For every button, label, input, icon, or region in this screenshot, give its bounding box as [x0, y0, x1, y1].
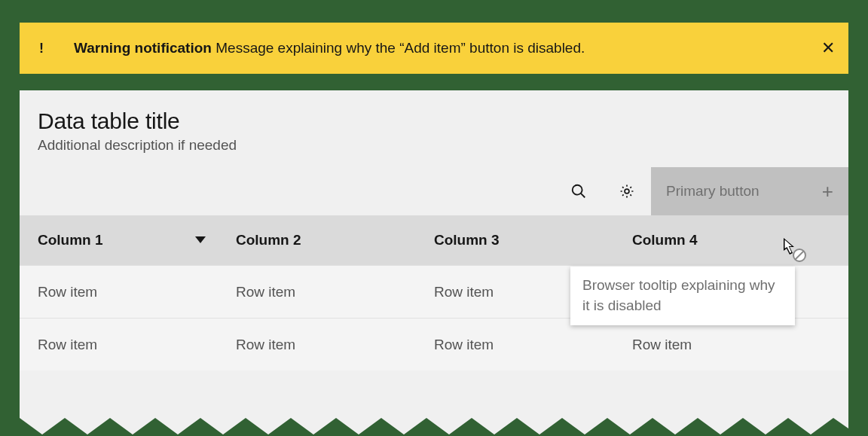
column-header-label: Column 1: [38, 232, 103, 248]
caret-down-icon: [195, 236, 206, 244]
svg-point-2: [625, 189, 629, 194]
data-table-panel: Data table title Additional description …: [20, 90, 848, 436]
table-toolbar: Primary button +: [20, 167, 848, 215]
warning-icon: !: [33, 41, 50, 56]
primary-button[interactable]: Primary button +: [651, 167, 848, 215]
warning-message: Warning notification Message explaining …: [74, 40, 821, 56]
page-title: Data table title: [38, 108, 830, 134]
column-header-label: Column 2: [236, 232, 301, 248]
svg-marker-3: [195, 236, 206, 243]
search-icon[interactable]: [555, 167, 603, 215]
svg-point-0: [573, 185, 582, 195]
warning-notification: ! Warning notification Message explainin…: [20, 23, 848, 74]
column-header-3[interactable]: Column 3: [434, 232, 632, 248]
table-row: Row item Row item Row item Row item: [20, 318, 848, 370]
table-cell: Row item: [236, 284, 434, 300]
table-cell: Row item: [434, 337, 632, 353]
warning-text: Message explaining why the “Add item” bu…: [215, 40, 585, 56]
column-header-label: Column 3: [434, 232, 500, 248]
close-icon[interactable]: ✕: [821, 38, 835, 58]
table-cell: Row item: [38, 284, 236, 300]
plus-icon: +: [822, 180, 833, 203]
gear-icon[interactable]: [603, 167, 651, 215]
table-cell: Row item: [38, 337, 236, 353]
svg-line-1: [581, 194, 585, 197]
table-header-row: Column 1 Column 2 Column 3 Column 4: [20, 215, 848, 265]
column-header-4[interactable]: Column 4: [632, 232, 830, 248]
table-cell: Row item: [236, 337, 434, 353]
page-description: Additional description if needed: [38, 137, 830, 154]
column-header-2[interactable]: Column 2: [236, 232, 434, 248]
column-header-1[interactable]: Column 1: [38, 232, 236, 248]
svg-marker-8: [20, 418, 848, 436]
panel-header: Data table title Additional description …: [20, 90, 848, 167]
primary-button-label: Primary button: [666, 183, 760, 200]
warning-title: Warning notification: [74, 40, 212, 56]
table-cell: Row item: [632, 337, 830, 353]
ragged-edge-decoration: [20, 409, 848, 436]
browser-tooltip: Browser tooltip explaining why it is dis…: [570, 267, 795, 325]
column-header-label: Column 4: [632, 232, 698, 248]
